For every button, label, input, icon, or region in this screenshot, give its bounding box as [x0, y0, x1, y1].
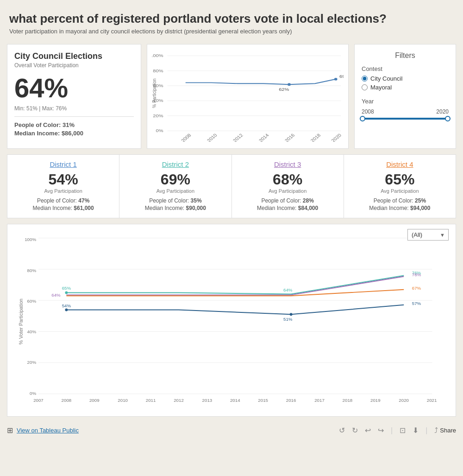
district-dropdown[interactable]: (All) District 1 District 2 District 3 D… [407, 229, 449, 241]
svg-text:67%: 67% [412, 286, 421, 291]
district-4-card: District 4 65% Avg Participation People … [344, 155, 456, 218]
svg-text:57%: 57% [412, 301, 421, 306]
year-slider-track[interactable] [362, 118, 449, 120]
footer-left[interactable]: ⊞ View on Tableau Public [7, 426, 79, 435]
svg-text:54%: 54% [62, 303, 71, 308]
svg-text:64%: 64% [51, 292, 61, 298]
district-3-card: District 3 68% Avg Participation People … [232, 155, 344, 218]
district-3-income: Median Income: $84,000 [237, 205, 339, 211]
svg-text:2020: 2020 [399, 398, 409, 403]
district-3-pct: 68% [237, 171, 339, 188]
district-section: District 1 54% Avg Participation People … [7, 154, 456, 218]
dropdown-wrapper[interactable]: (All) District 1 District 2 District 3 D… [407, 229, 449, 241]
top-chart-svg: 100% 80% 60% 40% 20% 0% % Participation … [152, 49, 344, 142]
section-subtitle: Overall Voter Participation [14, 62, 134, 69]
footer-right: ↺ ↻ ↩ ↪ | ⊡ ⬇ | ⤴ Share [339, 426, 456, 435]
svg-text:2008: 2008 [62, 398, 72, 403]
filters-panel: Filters Contest City Council Mayoral Yea… [354, 44, 456, 149]
radio-mayoral[interactable]: Mayoral [362, 84, 449, 91]
district-2-poc: People of Color: 35% [124, 197, 226, 204]
svg-text:2014: 2014 [258, 133, 270, 142]
year-max: 2020 [436, 108, 449, 115]
district-4-poc: People of Color: 25% [349, 197, 451, 204]
svg-text:2008: 2008 [180, 133, 192, 142]
svg-text:76%: 76% [412, 272, 421, 277]
svg-text:2017: 2017 [314, 398, 325, 403]
svg-text:100%: 100% [152, 53, 163, 58]
dropdown-container[interactable]: (All) District 1 District 2 District 3 D… [407, 229, 449, 241]
redo-icon[interactable]: ↻ [352, 426, 358, 435]
svg-text:2013: 2013 [202, 398, 213, 403]
share-button[interactable]: ⤴ Share [434, 426, 456, 435]
district-2-card: District 2 69% Avg Participation People … [119, 155, 232, 218]
filters-title: Filters [362, 51, 449, 60]
slider-thumb-right[interactable] [445, 116, 450, 121]
district-2-avg: Avg Participation [124, 188, 226, 194]
page-title: what percent of registered portland vote… [9, 12, 454, 26]
section-title: City Council Elections [14, 51, 134, 61]
back-icon[interactable]: ↩ [365, 426, 371, 435]
top-chart-line [186, 79, 336, 84]
year-label: Year [362, 98, 449, 105]
district-4-income: Median Income: $94,000 [349, 205, 451, 211]
svg-text:2019: 2019 [370, 398, 381, 403]
screen-icon[interactable]: ⊡ [400, 426, 406, 435]
district-2-pct: 69% [124, 171, 226, 188]
svg-text:2016: 2016 [284, 133, 296, 142]
contest-label: Contest [362, 65, 449, 72]
svg-text:2007: 2007 [33, 398, 44, 403]
district-3-name[interactable]: District 3 [237, 160, 339, 168]
svg-text:0%: 0% [156, 128, 163, 133]
radio-mayoral-input[interactable] [362, 84, 368, 90]
svg-text:2012: 2012 [174, 398, 184, 403]
tableau-label[interactable]: View on Tableau Public [17, 427, 79, 434]
radio-city-council[interactable]: City Council [362, 75, 449, 82]
svg-text:69%: 69% [339, 74, 344, 79]
bottom-section: (All) District 1 District 2 District 3 D… [7, 224, 456, 417]
district-4-stats: People of Color: 25% Median Income: $94,… [349, 197, 451, 211]
bottom-chart-svg: % Voter Participation 100% 80% 60% 40% 2… [12, 231, 451, 407]
min-max: Min: 51% | Max: 76% [14, 105, 134, 112]
radio-city-council-input[interactable] [362, 76, 368, 82]
poc-value: 31% [63, 121, 75, 128]
svg-text:20%: 20% [153, 113, 163, 118]
district-4-name[interactable]: District 4 [349, 160, 451, 168]
svg-text:2018: 2018 [343, 398, 353, 403]
district-4-pct: 65% [349, 171, 451, 188]
svg-text:2009: 2009 [89, 398, 100, 403]
share-label: Share [440, 427, 456, 434]
divider-1: | [391, 426, 393, 435]
big-number: 64% [14, 72, 134, 103]
d1-dot [290, 313, 293, 316]
svg-text:20%: 20% [27, 360, 37, 365]
svg-text:% Participation: % Participation [152, 78, 157, 108]
svg-text:2010: 2010 [206, 133, 218, 142]
d1-dot [65, 309, 68, 311]
svg-text:40%: 40% [27, 329, 37, 334]
svg-text:62%: 62% [279, 87, 289, 91]
district-3-stats: People of Color: 28% Median Income: $84,… [237, 197, 339, 211]
district-1-avg: Avg Participation [12, 188, 114, 194]
radio-city-council-label: City Council [370, 75, 402, 82]
radio-mayoral-label: Mayoral [370, 84, 392, 91]
svg-text:2011: 2011 [146, 398, 156, 403]
d1-line [66, 305, 404, 314]
svg-text:% Voter Participation: % Voter Participation [18, 298, 24, 344]
forward-icon[interactable]: ↪ [378, 426, 384, 435]
district-2-name[interactable]: District 2 [124, 160, 226, 168]
header: what percent of registered portland vote… [7, 5, 456, 39]
svg-text:2020: 2020 [331, 133, 343, 142]
svg-text:2014: 2014 [230, 398, 240, 403]
slider-fill [362, 118, 449, 120]
district-1-poc: People of Color: 47% [12, 197, 114, 204]
district-1-stats: People of Color: 47% Median Income: $61,… [12, 197, 114, 211]
svg-text:0%: 0% [30, 391, 36, 396]
download-icon[interactable]: ⬇ [413, 426, 419, 435]
slider-thumb-left[interactable] [360, 116, 365, 121]
undo-icon[interactable]: ↺ [339, 426, 345, 435]
divider-2: | [425, 426, 427, 435]
district-1-pct: 54% [12, 171, 114, 188]
svg-text:2015: 2015 [258, 398, 268, 403]
district-2-stats: People of Color: 35% Median Income: $90,… [124, 197, 226, 211]
district-1-name[interactable]: District 1 [12, 160, 114, 168]
